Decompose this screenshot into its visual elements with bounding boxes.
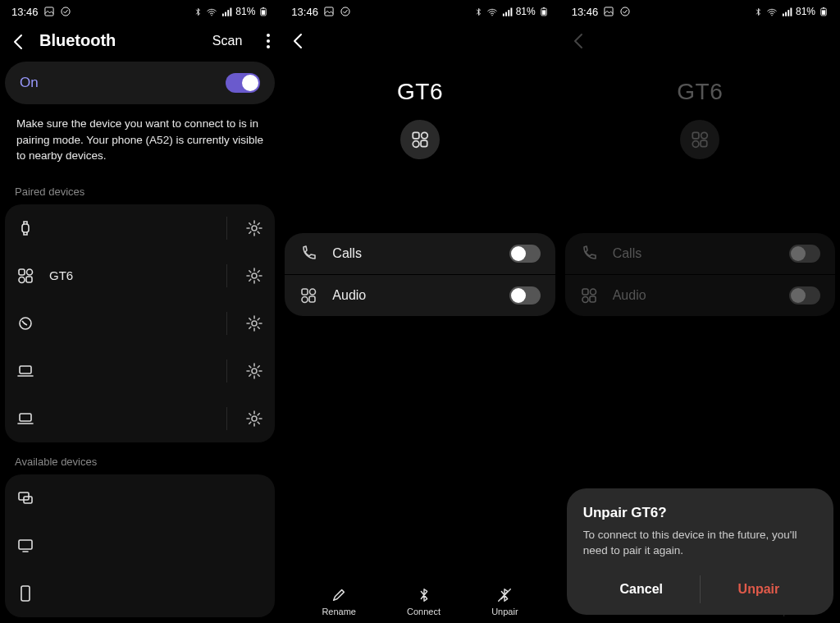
paired-device-row[interactable]: GT6: [5, 252, 275, 300]
notif-image-icon: [43, 6, 55, 17]
paired-devices-list: GT6: [5, 204, 275, 442]
appbar: [560, 23, 840, 61]
back-icon: [10, 32, 28, 50]
dialog-unpair-button[interactable]: Unpair: [701, 575, 817, 603]
phone-icon: [16, 584, 34, 602]
notif-image-icon: [323, 6, 335, 17]
battery-icon: [819, 6, 829, 17]
notif-check-icon: [340, 6, 351, 17]
device-name-label: GT6: [49, 268, 212, 282]
calls-label: Calls: [332, 246, 494, 261]
back-icon: [570, 31, 588, 49]
appbar: [280, 23, 559, 61]
battery-icon: [539, 6, 549, 17]
dialog-message: To connect to this device in the future,…: [583, 528, 817, 559]
available-devices-list: [5, 474, 275, 617]
unlink-icon: [496, 587, 513, 603]
screen-bluetooth-settings: 13:46 81% Bluetooth Scan On Make sure th…: [0, 0, 280, 623]
paired-device-row[interactable]: [5, 395, 275, 442]
monitor-icon: [16, 537, 34, 555]
connect-label: Connect: [407, 607, 441, 616]
phone-call-icon: [580, 245, 598, 263]
grid-icon: [580, 286, 598, 305]
screen-unpair-dialog: 13:46 81% GT6 Calls Audio: [560, 0, 840, 623]
available-device-row[interactable]: [5, 474, 275, 522]
device-settings-button[interactable]: [245, 362, 263, 380]
bluetooth-on-label: On: [20, 75, 39, 91]
available-device-row[interactable]: [5, 522, 275, 570]
notif-check-icon: [60, 6, 71, 17]
device-settings-button[interactable]: [245, 410, 263, 428]
unpair-label: Unpair: [491, 607, 518, 616]
laptop-icon: [16, 410, 34, 428]
audio-toggle[interactable]: [509, 286, 541, 305]
bottom-actions: Rename Connect Unpair: [280, 579, 559, 623]
paired-device-row[interactable]: [5, 300, 275, 347]
calls-toggle[interactable]: [509, 245, 541, 263]
pencil-icon: [331, 587, 347, 603]
wifi-icon: [486, 6, 498, 17]
phone-call-icon: [299, 245, 317, 263]
battery-pct: 81%: [796, 6, 815, 17]
status-time: 13:46: [11, 6, 39, 18]
bluetooth-toggle[interactable]: [226, 73, 260, 93]
appbar: Bluetooth Scan: [0, 23, 280, 62]
back-button[interactable]: [10, 32, 28, 50]
more-menu-button[interactable]: [267, 34, 270, 48]
headset-icon: [16, 314, 34, 332]
device-settings-button[interactable]: [245, 314, 263, 332]
bluetooth-status-icon: [474, 7, 483, 16]
laptop-icon: [16, 362, 34, 380]
calls-option-row: Calls: [565, 233, 835, 274]
audio-toggle: [789, 286, 820, 305]
bluetooth-status-icon: [194, 7, 203, 16]
calls-toggle: [789, 245, 820, 263]
paired-device-row[interactable]: [5, 347, 275, 395]
rename-label: Rename: [322, 607, 356, 616]
bluetooth-status-icon: [754, 7, 763, 16]
device-settings-button[interactable]: [245, 219, 263, 237]
grid-icon: [16, 267, 34, 285]
device-settings-button[interactable]: [245, 267, 263, 285]
audio-option-row[interactable]: Audio: [285, 274, 555, 316]
signal-icon: [221, 6, 232, 17]
available-device-row[interactable]: [5, 570, 275, 617]
grid-icon: [690, 130, 710, 149]
grid-icon: [410, 130, 430, 149]
device-title: GT6: [280, 79, 559, 105]
bluetooth-toggle-card[interactable]: On: [5, 62, 275, 104]
rename-button[interactable]: Rename: [322, 587, 356, 616]
status-time: 13:46: [291, 6, 318, 18]
device-avatar: [400, 120, 440, 159]
page-title: Bluetooth: [39, 31, 201, 50]
notif-check-icon: [619, 6, 631, 17]
paired-device-row[interactable]: [5, 204, 275, 252]
device-title: GT6: [560, 79, 840, 105]
notif-image-icon: [603, 6, 614, 17]
screen-device-detail: 13:46 81% GT6 Calls Audio: [280, 0, 559, 623]
connect-button[interactable]: Connect: [407, 587, 441, 616]
dialog-title: Unpair GT6?: [583, 505, 817, 521]
status-bar: 13:46 81%: [0, 0, 280, 23]
back-icon: [290, 31, 308, 49]
unpair-button[interactable]: Unpair: [491, 587, 518, 616]
dialog-cancel-button[interactable]: Cancel: [583, 575, 700, 603]
signal-icon: [501, 6, 513, 17]
wifi-icon: [766, 6, 778, 17]
watch-icon: [16, 219, 34, 237]
battery-icon: [258, 6, 268, 17]
status-bar: 13:46 81%: [280, 0, 559, 23]
calls-label: Calls: [613, 246, 774, 261]
battery-pct: 81%: [235, 6, 255, 17]
back-button[interactable]: [290, 31, 308, 49]
back-button: [570, 31, 588, 49]
displays-icon: [16, 489, 34, 507]
status-bar: 13:46 81%: [560, 0, 840, 23]
audio-label: Audio: [613, 288, 774, 303]
paired-devices-header: Paired devices: [0, 172, 280, 204]
unpair-dialog: Unpair GT6? To connect to this device in…: [567, 488, 833, 615]
scan-button[interactable]: Scan: [212, 34, 242, 48]
calls-option-row[interactable]: Calls: [285, 233, 555, 274]
signal-icon: [781, 6, 792, 17]
grid-icon: [299, 286, 317, 305]
